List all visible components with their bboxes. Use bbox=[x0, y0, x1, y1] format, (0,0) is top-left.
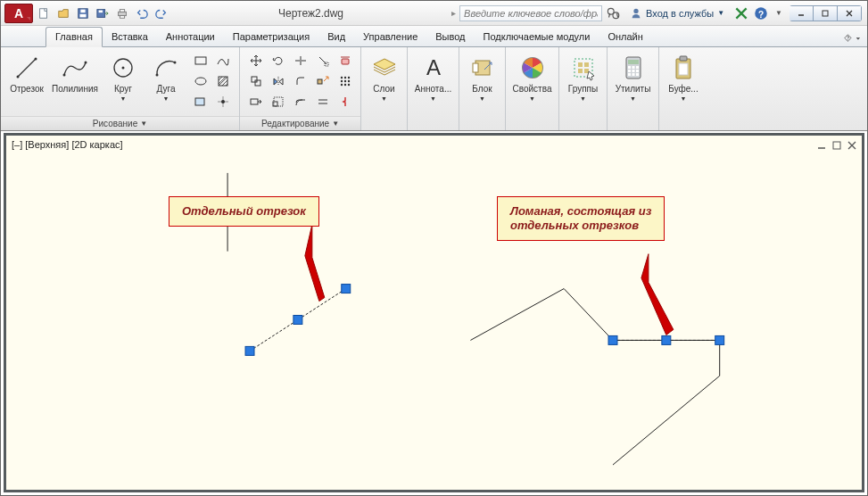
tool-region[interactable] bbox=[190, 92, 211, 112]
tool-break[interactable] bbox=[335, 92, 356, 112]
titlebar: A Чертеж2.dwg ▸ Вход в службы ▼ ? ▼ bbox=[1, 1, 867, 26]
tool-rectangle[interactable] bbox=[190, 51, 211, 70]
svg-rect-17 bbox=[823, 11, 828, 16]
tool-block[interactable]: Блок▼ bbox=[465, 51, 500, 104]
help-button[interactable]: ? bbox=[752, 4, 770, 22]
tool-fillet[interactable] bbox=[290, 71, 311, 91]
saveas-button[interactable] bbox=[94, 4, 112, 22]
panel-block: Блок▼ . bbox=[459, 47, 506, 130]
svg-rect-2 bbox=[80, 9, 85, 12]
tool-spline[interactable] bbox=[212, 51, 234, 70]
svg-rect-67 bbox=[584, 69, 589, 73]
svg-rect-71 bbox=[632, 66, 634, 69]
draw-small-tools bbox=[190, 51, 234, 112]
tool-offset[interactable] bbox=[290, 92, 311, 112]
tool-erase[interactable] bbox=[335, 51, 356, 70]
svg-point-48 bbox=[341, 80, 343, 82]
undo-button[interactable] bbox=[133, 4, 151, 22]
svg-rect-0 bbox=[40, 8, 47, 18]
tool-explode[interactable] bbox=[312, 71, 334, 91]
tool-array[interactable] bbox=[335, 71, 356, 91]
app-menu-button[interactable]: A bbox=[4, 4, 33, 23]
tab-annotate[interactable]: Аннотации bbox=[157, 28, 224, 46]
tool-arc[interactable]: Дуга▼ bbox=[145, 51, 186, 104]
svg-point-47 bbox=[348, 77, 350, 79]
search-input[interactable] bbox=[459, 5, 602, 21]
tool-hatch[interactable] bbox=[212, 71, 234, 91]
svg-rect-30 bbox=[195, 98, 204, 105]
svg-rect-6 bbox=[119, 12, 127, 15]
tool-point[interactable] bbox=[212, 92, 234, 112]
tool-rotate[interactable] bbox=[268, 51, 289, 70]
tool-circle[interactable]: Круг▼ bbox=[103, 51, 144, 104]
svg-point-13 bbox=[633, 8, 638, 12]
tab-output[interactable]: Вывод bbox=[426, 28, 474, 46]
ribbon: Отрезок Полилиния Круг▼ Дуга▼ bbox=[1, 47, 867, 131]
tool-move[interactable] bbox=[245, 51, 267, 70]
panel-properties: Свойства▼ . bbox=[506, 47, 559, 130]
drawing-viewport[interactable]: [–] [Верхняя] [2D каркас] Отдельный отре… bbox=[4, 133, 864, 492]
tool-stretch[interactable] bbox=[245, 92, 267, 112]
tool-ellipse[interactable] bbox=[190, 71, 211, 91]
maximize-button[interactable] bbox=[813, 5, 838, 21]
tool-line[interactable]: Отрезок bbox=[6, 51, 47, 96]
print-button[interactable] bbox=[113, 4, 131, 22]
minimize-button[interactable] bbox=[789, 5, 814, 21]
tool-clipboard[interactable]: Буфе...▼ bbox=[665, 51, 702, 104]
svg-point-20 bbox=[35, 58, 37, 61]
tool-layers[interactable]: Слои▼ bbox=[367, 51, 401, 104]
panel-groups: Группы▼ . bbox=[559, 47, 608, 130]
svg-line-12 bbox=[617, 13, 618, 18]
callout-single-segment: Отдельный отрезок bbox=[169, 196, 319, 227]
tool-trim[interactable] bbox=[290, 51, 311, 70]
panel-draw: Отрезок Полилиния Круг▼ Дуга▼ bbox=[1, 47, 240, 130]
tab-addins[interactable]: Подключаемые модули bbox=[475, 28, 599, 46]
tab-manage[interactable]: Управление bbox=[354, 28, 426, 46]
tool-properties[interactable]: Свойства▼ bbox=[510, 51, 555, 104]
panel-edit-title[interactable]: Редактирование▼ bbox=[240, 116, 360, 130]
redo-button[interactable] bbox=[153, 4, 170, 22]
layers-icon bbox=[370, 54, 399, 82]
close-button[interactable] bbox=[837, 5, 862, 21]
svg-line-18 bbox=[18, 59, 36, 77]
tab-home[interactable]: Главная bbox=[45, 27, 103, 47]
tool-polyline[interactable]: Полилиния bbox=[49, 51, 101, 96]
svg-rect-80 bbox=[680, 56, 687, 61]
tool-copy[interactable] bbox=[245, 71, 267, 91]
svg-rect-61 bbox=[473, 63, 478, 72]
svg-rect-77 bbox=[632, 73, 634, 76]
ribbon-collapse-icon[interactable]: ⯑ ▾ bbox=[844, 33, 860, 43]
svg-rect-69 bbox=[628, 60, 639, 64]
search-area: ▸ Вход в службы ▼ ? ▼ bbox=[451, 4, 789, 22]
tab-parametric[interactable]: Параметризация bbox=[224, 28, 318, 46]
save-button[interactable] bbox=[74, 4, 92, 22]
edit-tools-grid bbox=[245, 51, 356, 112]
user-icon bbox=[630, 7, 642, 20]
tab-view[interactable]: Вид bbox=[318, 28, 354, 46]
panel-annotation: A Аннота...▼ . bbox=[408, 47, 459, 130]
tool-scale[interactable] bbox=[268, 92, 289, 112]
svg-text:?: ? bbox=[758, 9, 764, 19]
tool-extend[interactable] bbox=[312, 51, 334, 70]
svg-rect-54 bbox=[251, 99, 258, 104]
svg-point-26 bbox=[173, 62, 176, 64]
exchange-button[interactable] bbox=[732, 4, 750, 22]
tool-utilities[interactable]: Утилиты▼ bbox=[613, 51, 654, 104]
tool-mirror[interactable] bbox=[268, 71, 289, 91]
svg-point-19 bbox=[17, 76, 20, 79]
arc-icon bbox=[152, 54, 180, 82]
tool-join[interactable] bbox=[312, 92, 334, 112]
new-button[interactable] bbox=[35, 4, 53, 22]
tab-insert[interactable]: Вставка bbox=[103, 28, 157, 46]
tool-annotation[interactable]: A Аннота...▼ bbox=[412, 51, 454, 104]
tool-groups[interactable]: Группы▼ bbox=[565, 51, 601, 104]
svg-point-51 bbox=[341, 84, 343, 86]
search-button[interactable] bbox=[604, 4, 622, 22]
panel-draw-title[interactable]: Рисование▼ bbox=[1, 116, 239, 130]
svg-rect-73 bbox=[628, 70, 631, 72]
tab-online[interactable]: Онлайн bbox=[599, 28, 651, 46]
login-button[interactable]: Вход в службы ▼ bbox=[624, 4, 731, 22]
open-button[interactable] bbox=[54, 4, 72, 22]
svg-rect-95 bbox=[715, 335, 724, 344]
document-title: Чертеж2.dwg bbox=[170, 7, 451, 20]
